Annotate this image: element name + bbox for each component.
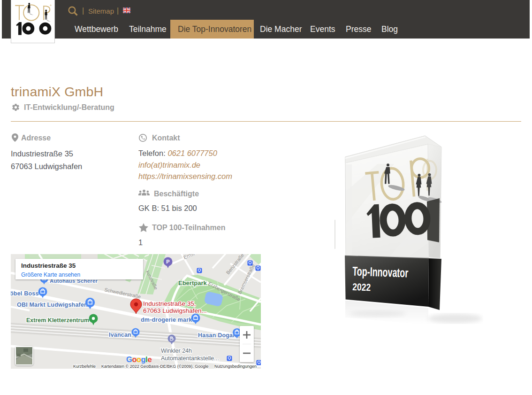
svg-text:Industriestraße 35,: Industriestraße 35, <box>143 300 196 307</box>
svg-text:OBI Markt Ludwigshafen: OBI Markt Ludwigshafen <box>17 302 88 308</box>
svg-text:2022: 2022 <box>352 281 371 293</box>
svg-text:Top-Innovator: Top-Innovator <box>352 264 409 280</box>
svg-text:öbel Boss: öbel Boss <box>11 290 39 297</box>
svg-text:Industriestraße 35: Industriestraße 35 <box>21 262 76 269</box>
svg-text:e: e <box>148 355 152 364</box>
svg-text:g: g <box>141 355 145 364</box>
svg-text:Ivancan: Ivancan <box>109 332 131 338</box>
svg-text:l: l <box>145 355 147 364</box>
svg-text:Kartendaten © 2022 GeoBasis-DE: Kartendaten © 2022 GeoBasis-DE/BKG (©200… <box>101 364 208 369</box>
svg-text:o: o <box>137 355 141 364</box>
svg-text:P: P <box>166 259 169 264</box>
svg-text:G: G <box>126 355 132 364</box>
svg-text:67063 Ludwigshafen...: 67063 Ludwigshafen... <box>143 307 207 314</box>
svg-text:dm-drogerie markt: dm-drogerie markt <box>141 317 194 323</box>
svg-text:Winkler 24h: Winkler 24h <box>161 348 192 354</box>
svg-text:Automatentankstelle...: Automatentankstelle... <box>161 355 219 362</box>
svg-text:Nutzungsbedingungen: Nutzungsbedingungen <box>214 364 257 369</box>
svg-text:o: o <box>132 355 137 364</box>
svg-text:Größere Karte ansehen: Größere Karte ansehen <box>21 271 80 278</box>
svg-text:Extrem Kletterzentrum: Extrem Kletterzentrum <box>26 317 89 324</box>
svg-text:Kurzbefehle: Kurzbefehle <box>73 364 96 369</box>
svg-text:Ebertpark: Ebertpark <box>178 279 207 287</box>
svg-text:Hasan Dogan: Hasan Dogan <box>198 332 236 339</box>
